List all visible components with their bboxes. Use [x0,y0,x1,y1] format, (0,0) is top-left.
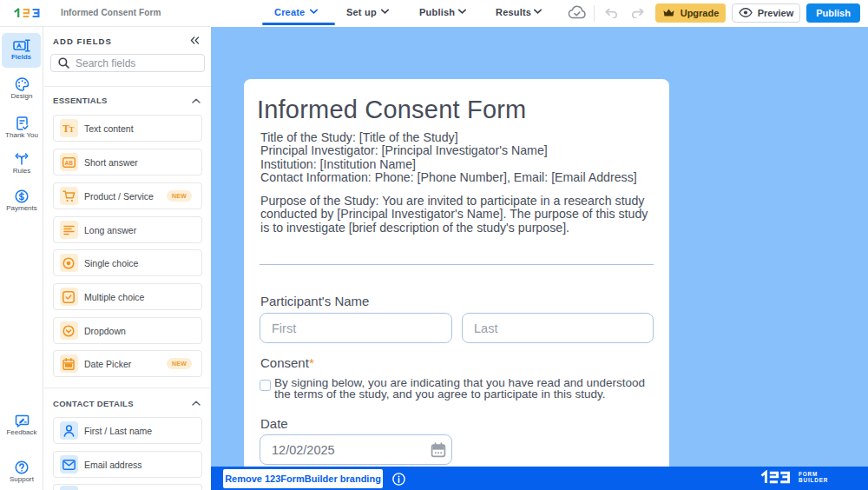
svg-text:T: T [69,125,75,134]
svg-text:AB: AB [64,159,73,165]
